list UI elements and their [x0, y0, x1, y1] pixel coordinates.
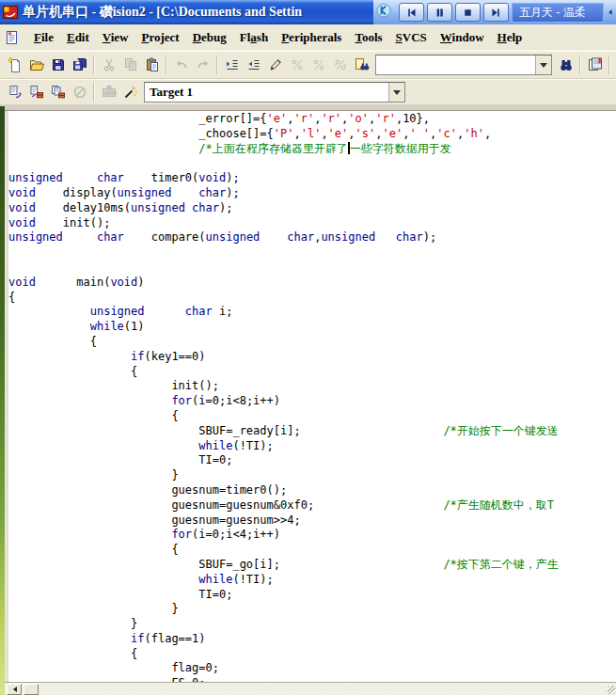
player-next-button[interactable] — [483, 3, 509, 22]
code-line: while(1) — [8, 320, 616, 335]
svg-text:LOAD: LOAD — [103, 91, 117, 96]
find-text-combobox-dropdown-button[interactable] — [535, 55, 551, 74]
menu-svcs[interactable]: SVCS — [389, 26, 434, 49]
menu-tools[interactable]: Tools — [348, 26, 388, 49]
find-icon — [559, 57, 574, 72]
code-line: { — [8, 647, 616, 662]
code-line: _choose[]={'P','l','e','s','e',' ','c','… — [8, 127, 616, 142]
find-text-combobox[interactable] — [375, 55, 552, 75]
menu-peripherals[interactable]: Peripherals — [275, 26, 348, 49]
player-logo-button[interactable] — [376, 3, 396, 23]
build-button[interactable] — [25, 82, 47, 103]
target-options-icon — [123, 85, 138, 100]
code-line: if(flag==1) — [8, 632, 616, 647]
player-song-title: 五月天 - 温柔 — [512, 3, 604, 23]
music-player-band: 五月天 - 温柔 — [373, 0, 616, 24]
document-icon[interactable] — [5, 30, 20, 45]
new-file-icon — [8, 57, 23, 72]
toolbar-separator — [579, 55, 581, 74]
code-line: init(); — [8, 379, 616, 394]
scrollbar-thumb[interactable] — [24, 684, 39, 695]
toggle-bookmark-button[interactable] — [264, 55, 286, 75]
next-icon — [490, 7, 502, 19]
rebuild-button[interactable] — [47, 82, 69, 103]
save-button[interactable] — [47, 55, 69, 75]
prev-bookmark-button — [286, 55, 308, 75]
load-button: LOAD — [98, 82, 119, 103]
stop-build-icon — [72, 85, 87, 100]
help-books-icon — [588, 57, 603, 72]
code-line — [8, 156, 616, 171]
code-line: guesnum=guesnum>>4; — [8, 513, 616, 529]
player-stop-button[interactable] — [455, 3, 481, 22]
find-button[interactable] — [555, 55, 577, 75]
code-line: /*上面在程序存储器里开辟了一些字符数据用于发 — [8, 142, 616, 157]
code-line: flag=0; — [8, 661, 616, 676]
clear-bookmarks-button — [329, 55, 351, 75]
code-line: while(!TI); — [8, 573, 616, 588]
code-line: { — [8, 291, 616, 306]
application-window: { "titlebar": { "title": "单片机串口 - 礸ision… — [0, 0, 616, 695]
code-line: unsigned char timer0(void); — [8, 171, 616, 186]
menubar: FileEditViewProjectDebugFlashPeripherals… — [0, 24, 616, 51]
pause-icon — [434, 7, 446, 19]
copy-button — [119, 55, 141, 75]
clear-bookmarks-icon — [333, 57, 348, 72]
find-in-files-button[interactable] — [351, 55, 372, 75]
indent-button[interactable] — [221, 55, 243, 75]
editor-window: _error[]={'e','r','r','o','r',10}, _choo… — [0, 105, 616, 682]
code-line: { — [8, 409, 616, 424]
new-file-button[interactable] — [4, 55, 25, 75]
menu-edit[interactable]: Edit — [60, 26, 96, 49]
undo-icon — [174, 57, 189, 72]
code-line: for(i=0;i<4;i++) — [8, 528, 616, 543]
translate-button[interactable] — [4, 82, 25, 103]
save-icon — [51, 57, 66, 72]
rebuild-icon — [51, 85, 66, 100]
player-controls — [399, 3, 509, 22]
target-options-button[interactable] — [119, 82, 141, 103]
keil-app-icon[interactable] — [3, 5, 19, 21]
outdent-icon — [246, 57, 261, 72]
code-line: void delay10ms(unsigned char); — [8, 201, 616, 216]
player-collapse-button[interactable] — [607, 5, 615, 20]
menu-debug[interactable]: Debug — [186, 26, 233, 49]
cut-icon — [102, 57, 117, 72]
menu-view[interactable]: View — [96, 26, 135, 49]
menu-file[interactable]: File — [27, 26, 60, 49]
menu-window[interactable]: Window — [434, 26, 491, 49]
menu-project[interactable]: Project — [134, 26, 185, 49]
undo-button — [170, 55, 192, 75]
load-icon: LOAD — [102, 85, 117, 100]
toggle-bookmark-icon — [268, 57, 283, 72]
toolbar-separator — [166, 55, 167, 74]
code-line: guesnum=guesnum&0xf0; /*产生随机数中，取T — [8, 498, 616, 513]
code-editor[interactable]: _error[]={'e','r','r','o','r',10}, _choo… — [8, 111, 616, 682]
help-books-button[interactable] — [584, 55, 606, 75]
save-all-button[interactable] — [69, 55, 90, 75]
scroll-left-button[interactable] — [7, 684, 22, 695]
titlebar: 单片机串口 - 礸ision2 - [C:\Documents and Sett… — [0, 0, 616, 24]
code-line: _error[]={'e','r','r','o','r',10}, — [8, 112, 616, 127]
redo-button — [192, 55, 213, 75]
open-file-button[interactable] — [25, 55, 47, 75]
player-pause-button[interactable] — [427, 3, 452, 22]
menu-items: FileEditViewProjectDebugFlashPeripherals… — [27, 26, 529, 49]
triangle-left-icon — [10, 687, 17, 692]
paste-button[interactable] — [141, 55, 163, 75]
save-all-icon — [72, 57, 87, 72]
stop-build-button — [69, 82, 90, 103]
code-line: TI=0; — [8, 588, 616, 603]
toolbar-build: LOADTarget 1 — [0, 79, 616, 105]
target-combobox[interactable]: Target 1 — [144, 82, 405, 103]
toolbar-separator — [93, 55, 95, 74]
menu-flash[interactable]: Flash — [233, 26, 275, 49]
player-previous-button[interactable] — [399, 3, 424, 22]
open-file-icon — [29, 57, 44, 72]
resize-grip — [608, 686, 615, 694]
outdent-button[interactable] — [243, 55, 264, 75]
code-line: guesnum=timer0(); — [8, 483, 616, 498]
horizontal-scrollbar[interactable] — [0, 682, 616, 695]
menu-help[interactable]: Help — [491, 26, 529, 49]
target-combobox-dropdown-button[interactable] — [388, 83, 404, 102]
